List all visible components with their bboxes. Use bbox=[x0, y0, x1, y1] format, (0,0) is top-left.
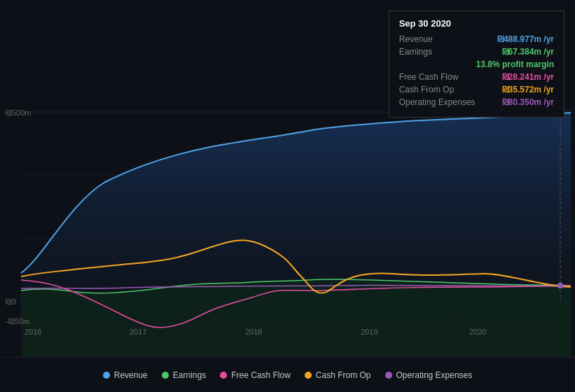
chart-container: ₪500m ₪0 -₪50m 2016 2017 2018 2019 2020 … bbox=[0, 0, 575, 357]
legend-dot-fcf bbox=[220, 372, 227, 379]
legend-label-earnings: Earnings bbox=[173, 370, 206, 380]
tooltip-earnings-row: Earnings ₪67.384m /yr bbox=[399, 47, 554, 57]
tooltip-cashop-row: Cash From Op ₪35.572m /yr bbox=[399, 85, 554, 94]
tooltip-revenue-label: Revenue bbox=[399, 34, 476, 44]
tooltip-revenue-row: Revenue ₪488.977m /yr bbox=[399, 34, 554, 44]
tooltip-opex-label: Operating Expenses bbox=[399, 97, 476, 107]
legend-item-cashop[interactable]: Cash From Op bbox=[305, 370, 371, 380]
y-label-500m: ₪500m bbox=[6, 108, 32, 118]
x-label-2020: 2020 bbox=[469, 328, 486, 336]
x-label-2019: 2019 bbox=[361, 328, 377, 336]
legend-item-revenue[interactable]: Revenue bbox=[103, 370, 148, 380]
tooltip-fcf-row: Free Cash Flow ₪28.241m /yr bbox=[399, 72, 554, 82]
tooltip-opex-row: Operating Expenses ₪80.350m /yr bbox=[399, 97, 554, 107]
x-label-2016: 2016 bbox=[25, 328, 41, 336]
tooltip-margin-row: 13.8% profit margin bbox=[399, 59, 554, 69]
legend-label-fcf: Free Cash Flow bbox=[231, 370, 291, 380]
x-label-2017: 2017 bbox=[130, 328, 146, 336]
legend-item-opex[interactable]: Operating Expenses bbox=[385, 370, 473, 380]
tooltip-opex-value: ₪80.350m /yr bbox=[502, 97, 554, 107]
legend-label-opex: Operating Expenses bbox=[396, 370, 473, 380]
tooltip-cashop-value: ₪35.572m /yr bbox=[502, 85, 554, 94]
legend-dot-opex bbox=[385, 372, 392, 379]
legend-item-earnings[interactable]: Earnings bbox=[162, 370, 206, 380]
tooltip-cashop-label: Cash From Op bbox=[399, 85, 476, 94]
tooltip-margin-value: 13.8% profit margin bbox=[476, 59, 554, 69]
tooltip-box: Sep 30 2020 Revenue ₪488.977m /yr Earnin… bbox=[389, 10, 564, 118]
legend-label-revenue: Revenue bbox=[114, 370, 148, 380]
legend: Revenue Earnings Free Cash Flow Cash Fro… bbox=[0, 357, 575, 392]
legend-label-cashop: Cash From Op bbox=[316, 370, 371, 380]
y-label-0: ₪0 bbox=[6, 298, 16, 307]
tooltip-earnings-value: ₪67.384m /yr bbox=[502, 47, 554, 57]
tooltip-fcf-value: ₪28.241m /yr bbox=[502, 72, 554, 82]
legend-dot-earnings bbox=[162, 372, 169, 379]
tooltip-revenue-value: ₪488.977m /yr bbox=[497, 34, 554, 44]
legend-item-fcf[interactable]: Free Cash Flow bbox=[220, 370, 291, 380]
tooltip-title: Sep 30 2020 bbox=[399, 18, 554, 29]
svg-point-7 bbox=[557, 283, 563, 288]
legend-dot-cashop bbox=[305, 372, 312, 379]
x-label-2018: 2018 bbox=[245, 328, 262, 336]
tooltip-earnings-label: Earnings bbox=[399, 47, 476, 57]
tooltip-fcf-label: Free Cash Flow bbox=[399, 72, 476, 82]
y-label-neg50m: -₪50m bbox=[6, 317, 29, 326]
legend-dot-revenue bbox=[103, 372, 110, 379]
